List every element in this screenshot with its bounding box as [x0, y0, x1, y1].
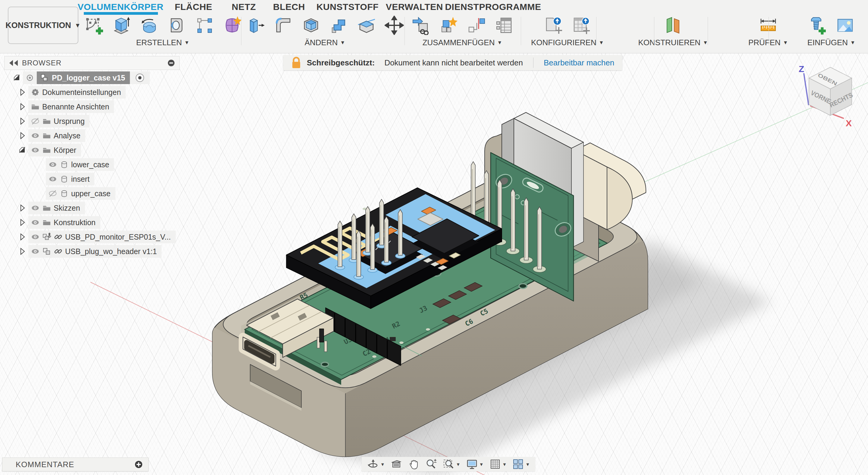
tri-collapsed-icon[interactable] — [18, 232, 27, 242]
tri-collapsed-icon[interactable] — [18, 247, 27, 256]
chevron-down-icon[interactable]: ▼ — [479, 462, 484, 467]
eye-off-icon[interactable] — [31, 117, 40, 126]
zoom-tool[interactable] — [424, 458, 439, 470]
browser-item[interactable]: Körper — [28, 144, 81, 156]
viewport-background[interactable]: R5 U3 C2 R4 R2 J3 C6 C5 PD Logger — [0, 53, 868, 475]
eye-icon[interactable] — [31, 146, 40, 155]
browser-item[interactable]: lower_case — [46, 158, 114, 171]
workspace-selector[interactable]: KONSTRUKTION ▼ — [8, 7, 79, 44]
press-pull-icon[interactable] — [246, 16, 265, 35]
browser-item[interactable]: insert — [46, 173, 94, 185]
toolbar-group-label[interactable]: KONSTRUIEREN▼ — [638, 38, 708, 47]
viewports-tool[interactable]: ▼ — [510, 458, 532, 470]
browser-item-label[interactable]: insert — [71, 175, 90, 184]
browser-item-label[interactable]: lower_case — [71, 160, 109, 169]
create-sketch-icon[interactable] — [84, 16, 103, 35]
grid-tool[interactable]: ▼ — [487, 458, 509, 470]
tab-kunststoff[interactable]: KUNSTSTOFF — [316, 2, 378, 12]
browser-item-label[interactable]: Dokumenteinstellungen — [42, 88, 121, 97]
look-at-tool[interactable] — [389, 458, 404, 470]
browser-item-label[interactable]: Ursprung — [54, 117, 85, 126]
orbit-tool[interactable]: ▼ — [365, 458, 387, 470]
browser-item-label[interactable]: Körper — [54, 146, 76, 155]
revolve-icon[interactable] — [139, 16, 158, 35]
add-comment-icon[interactable] — [134, 460, 143, 469]
eye-icon[interactable] — [31, 131, 40, 140]
browser-item[interactable]: Ursprung — [28, 115, 90, 127]
browser-item-label[interactable]: USB_PD_monitor_ESP01s_V... — [65, 233, 171, 242]
browser-item-label[interactable]: Benannte Ansichten — [42, 102, 109, 111]
eye-icon[interactable] — [48, 175, 57, 184]
tri-collapsed-icon[interactable] — [18, 218, 27, 227]
pattern-icon[interactable] — [195, 16, 214, 35]
decal-icon[interactable] — [835, 16, 855, 35]
browser-item-label[interactable]: Konstruktion — [54, 218, 96, 227]
tri-expanded-icon[interactable] — [18, 146, 27, 155]
browser-item[interactable]: PD_logger_case v15 — [23, 71, 150, 84]
tri-expanded-icon[interactable] — [12, 73, 21, 82]
insert-component-icon[interactable] — [411, 16, 430, 35]
chevron-down-icon[interactable]: ▼ — [456, 462, 461, 467]
extrude-icon[interactable] — [112, 16, 131, 35]
construction-plane-icon[interactable] — [663, 16, 683, 35]
joint-icon[interactable] — [467, 16, 486, 35]
measure-icon[interactable] — [758, 16, 778, 35]
browser-item[interactable]: Skizzen — [28, 202, 85, 214]
browser-item-label[interactable]: USB_plug_wo_header v1:1 — [65, 247, 157, 256]
tab-dienstprogramme[interactable]: DIENSTPROGRAMME — [445, 2, 541, 12]
eye-icon[interactable] — [31, 232, 40, 242]
browser-item-label[interactable]: PD_logger_case v15 — [52, 73, 125, 82]
hole-icon[interactable] — [167, 16, 186, 35]
tri-collapsed-icon[interactable] — [18, 88, 27, 97]
toolbar-group-label[interactable]: PRÜFEN▼ — [748, 38, 788, 47]
collapse-panel-icon[interactable] — [9, 59, 19, 67]
eye-off-icon[interactable] — [48, 189, 57, 198]
browser-item-label[interactable]: Analyse — [54, 131, 81, 140]
form-icon[interactable] — [222, 16, 242, 35]
eye-icon[interactable] — [31, 218, 40, 227]
tri-collapsed-icon[interactable] — [18, 203, 27, 213]
eye-icon[interactable] — [31, 247, 40, 256]
browser-item[interactable]: Dokumenteinstellungen — [28, 86, 126, 99]
make-editable-link[interactable]: Bearbeitbar machen — [544, 58, 614, 67]
selected-item-highlight[interactable]: PD_logger_case v15 — [37, 71, 130, 84]
chevron-down-icon[interactable]: ▼ — [525, 462, 530, 467]
display-settings-tool[interactable]: ▼ — [464, 458, 486, 470]
tab-verwalten[interactable]: VERWALTEN — [386, 2, 443, 12]
eye-icon[interactable] — [48, 160, 57, 169]
shell-icon[interactable] — [301, 16, 321, 35]
move-icon[interactable] — [384, 16, 404, 35]
fillet-icon[interactable] — [274, 16, 293, 35]
tri-collapsed-icon[interactable] — [18, 102, 27, 111]
toolbar-group-label[interactable]: KONFIGURIEREN▼ — [531, 38, 604, 47]
tab-volumenkörper[interactable]: VOLUMENKÖRPER — [78, 2, 164, 12]
viewcube[interactable]: Z X OBEN VORNE RECHTS — [799, 64, 854, 128]
browser-item-label[interactable]: Skizzen — [54, 204, 80, 213]
toolbar-group-label[interactable]: ÄNDERN▼ — [305, 38, 345, 47]
viewport-canvas[interactable]: R5 U3 C2 R4 R2 J3 C6 C5 PD Logger — [0, 53, 868, 475]
activate-component-radio[interactable] — [135, 73, 145, 83]
tab-blech[interactable]: BLECH — [273, 2, 305, 12]
tri-collapsed-icon[interactable] — [18, 117, 27, 126]
pan-tool[interactable] — [406, 458, 422, 470]
split-body-icon[interactable] — [357, 16, 376, 35]
chevron-down-icon[interactable]: ▼ — [502, 462, 507, 467]
bom-icon[interactable] — [494, 16, 514, 35]
browser-item[interactable]: Analyse — [28, 129, 85, 142]
toolbar-group-label[interactable]: EINFÜGEN▼ — [807, 38, 855, 47]
eye-ring-icon[interactable] — [25, 73, 34, 82]
tri-collapsed-icon[interactable] — [18, 131, 27, 140]
minimize-panel-icon[interactable] — [167, 59, 175, 67]
eye-icon[interactable] — [31, 203, 40, 213]
combine-icon[interactable] — [329, 16, 348, 35]
browser-item[interactable]: Konstruktion — [28, 216, 100, 229]
browser-item-label[interactable]: upper_case — [71, 189, 111, 198]
configuration-table-icon[interactable] — [572, 16, 591, 35]
tab-fläche[interactable]: FLÄCHE — [175, 2, 213, 12]
configuration-icon[interactable] — [544, 16, 563, 35]
browser-item[interactable]: upper_case — [46, 187, 116, 200]
fit-tool[interactable]: ▼ — [441, 458, 462, 470]
browser-item[interactable]: Benannte Ansichten — [28, 100, 114, 113]
chevron-down-icon[interactable]: ▼ — [380, 462, 385, 467]
comments-panel[interactable]: KOMMENTARE — [2, 457, 149, 471]
